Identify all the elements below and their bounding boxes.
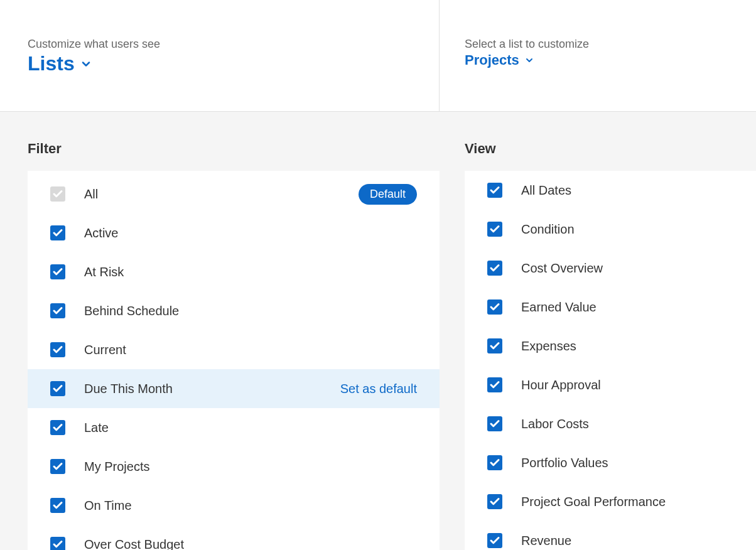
view-row[interactable]: Condition [465, 210, 756, 249]
filter-item-label: Behind Schedule [84, 304, 179, 318]
view-item-label: Condition [521, 222, 575, 237]
checkbox[interactable] [487, 416, 502, 431]
filter-row[interactable]: Active [28, 213, 440, 252]
checkbox[interactable] [50, 420, 65, 435]
filter-row[interactable]: Current [28, 330, 440, 369]
projects-dropdown-value: Projects [465, 52, 519, 68]
header-right: Select a list to customize Projects [440, 0, 756, 111]
view-item-label: Labor Costs [521, 417, 589, 431]
filter-item-label: Over Cost Budget [84, 537, 184, 551]
view-item-label: Cost Overview [521, 261, 603, 276]
filter-item-label: At Risk [84, 265, 124, 279]
view-row[interactable]: Cost Overview [465, 249, 756, 288]
view-item-label: Earned Value [521, 300, 597, 315]
filter-row[interactable]: At Risk [28, 252, 440, 291]
checkbox[interactable] [50, 225, 65, 240]
view-row[interactable]: Earned Value [465, 288, 756, 326]
filter-row[interactable]: AllDefault [28, 171, 440, 213]
select-list-label: Select a list to customize [465, 38, 756, 51]
filter-row[interactable]: On Time [28, 486, 440, 525]
view-row[interactable]: Labor Costs [465, 404, 756, 443]
view-row[interactable]: Revenue [465, 521, 756, 550]
view-column: View All DatesConditionCost OverviewEarn… [440, 141, 756, 550]
chevron-down-icon [80, 58, 92, 70]
header-left: Customize what users see Lists [0, 0, 440, 111]
view-panel: All DatesConditionCost OverviewEarned Va… [465, 171, 756, 550]
checkbox[interactable] [487, 377, 502, 392]
filter-panel: AllDefaultActiveAt RiskBehind ScheduleCu… [28, 171, 440, 550]
checkbox[interactable] [487, 183, 502, 198]
filter-item-label: Late [84, 421, 109, 435]
checkbox[interactable] [50, 459, 65, 474]
checkbox [50, 186, 65, 202]
lists-dropdown[interactable]: Lists [28, 52, 92, 75]
checkbox[interactable] [50, 381, 65, 396]
lists-dropdown-value: Lists [28, 52, 75, 75]
view-item-label: Revenue [521, 534, 571, 548]
chevron-down-icon [524, 55, 534, 65]
view-title: View [465, 141, 756, 157]
view-item-label: Project Goal Performance [521, 495, 666, 509]
view-row[interactable]: Hour Approval [465, 365, 756, 404]
filter-column: Filter AllDefaultActiveAt RiskBehind Sch… [0, 141, 440, 550]
default-badge: Default [359, 184, 417, 205]
filter-item-label: On Time [84, 499, 132, 513]
view-item-label: Expenses [521, 339, 576, 353]
filter-row[interactable]: Due This MonthSet as default [28, 369, 440, 408]
checkbox[interactable] [50, 264, 65, 279]
checkbox[interactable] [487, 455, 502, 470]
filter-item-label: Due This Month [84, 382, 173, 396]
checkbox[interactable] [487, 338, 502, 353]
checkbox[interactable] [487, 299, 502, 315]
view-item-label: Hour Approval [521, 378, 601, 392]
view-row[interactable]: Project Goal Performance [465, 482, 756, 521]
filter-item-label: My Projects [84, 460, 149, 474]
view-row[interactable]: Expenses [465, 326, 756, 365]
filter-title: Filter [28, 141, 440, 157]
checkbox[interactable] [50, 303, 65, 318]
filter-row[interactable]: Late [28, 408, 440, 447]
filter-item-label: Active [84, 226, 118, 240]
filter-row[interactable]: Behind Schedule [28, 291, 440, 330]
set-as-default-link[interactable]: Set as default [340, 382, 417, 396]
view-row[interactable]: All Dates [465, 171, 756, 210]
content: Filter AllDefaultActiveAt RiskBehind Sch… [0, 112, 756, 550]
checkbox[interactable] [487, 494, 502, 509]
filter-item-label: Current [84, 343, 126, 357]
checkbox[interactable] [50, 537, 65, 550]
checkbox[interactable] [487, 261, 502, 276]
filter-item-label: All [84, 187, 98, 202]
view-row[interactable]: Portfolio Values [465, 443, 756, 482]
view-item-label: Portfolio Values [521, 456, 608, 470]
customize-label: Customize what users see [28, 38, 439, 51]
filter-row[interactable]: Over Cost Budget [28, 525, 440, 550]
projects-dropdown[interactable]: Projects [465, 52, 534, 68]
checkbox[interactable] [487, 533, 502, 548]
checkbox[interactable] [487, 222, 502, 237]
header: Customize what users see Lists Select a … [0, 0, 756, 112]
filter-row[interactable]: My Projects [28, 447, 440, 486]
view-item-label: All Dates [521, 183, 571, 198]
checkbox[interactable] [50, 342, 65, 357]
checkbox[interactable] [50, 498, 65, 513]
